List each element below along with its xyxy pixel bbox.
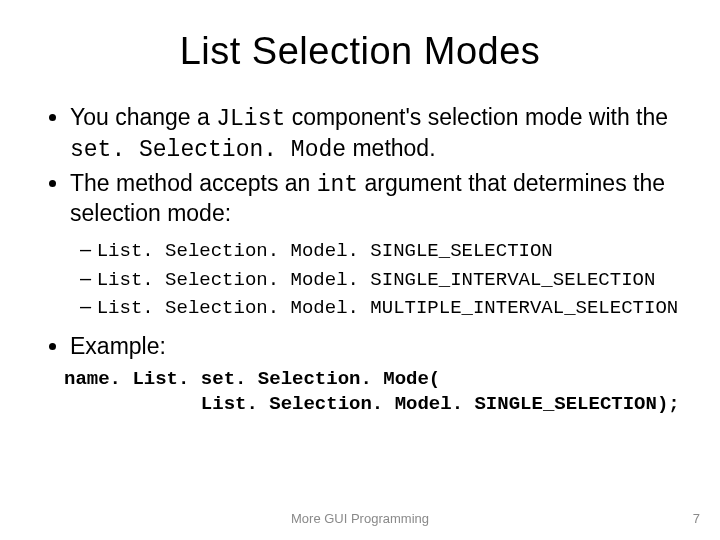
sub-item: List. Selection. Model. SINGLE_SELECTION (80, 236, 680, 265)
sub-item: List. Selection. Model. MULTIPLE_INTERVA… (80, 293, 680, 322)
slide: List Selection Modes You change a JList … (0, 0, 720, 540)
code-inline: List. Selection. Model. SINGLE_SELECTION (97, 240, 553, 262)
bullet-list: You change a JList component's selection… (40, 103, 680, 361)
code-line: name. List. set. Selection. Mode( (64, 368, 440, 390)
text: The method accepts an (70, 170, 317, 196)
text: Example: (70, 333, 166, 359)
sub-list: List. Selection. Model. SINGLE_SELECTION… (70, 236, 680, 322)
code-inline: set. Selection. Mode (70, 137, 346, 163)
bullet-2: The method accepts an int argument that … (70, 169, 680, 322)
code-inline: JList (216, 106, 285, 132)
code-inline: List. Selection. Model. MULTIPLE_INTERVA… (97, 297, 679, 319)
code-line: List. Selection. Model. SINGLE_SELECTION… (64, 393, 680, 415)
bullet-3: Example: (70, 332, 680, 361)
bullet-1: You change a JList component's selection… (70, 103, 680, 165)
text: You change a (70, 104, 216, 130)
page-number: 7 (693, 511, 700, 526)
text: component's selection mode with the (285, 104, 668, 130)
footer-text: More GUI Programming (0, 511, 720, 526)
code-inline: int (317, 172, 358, 198)
slide-title: List Selection Modes (40, 30, 680, 73)
text: method. (346, 135, 436, 161)
code-inline: List. Selection. Model. SINGLE_INTERVAL_… (97, 269, 656, 291)
code-block: name. List. set. Selection. Mode( List. … (64, 367, 680, 418)
sub-item: List. Selection. Model. SINGLE_INTERVAL_… (80, 265, 680, 294)
